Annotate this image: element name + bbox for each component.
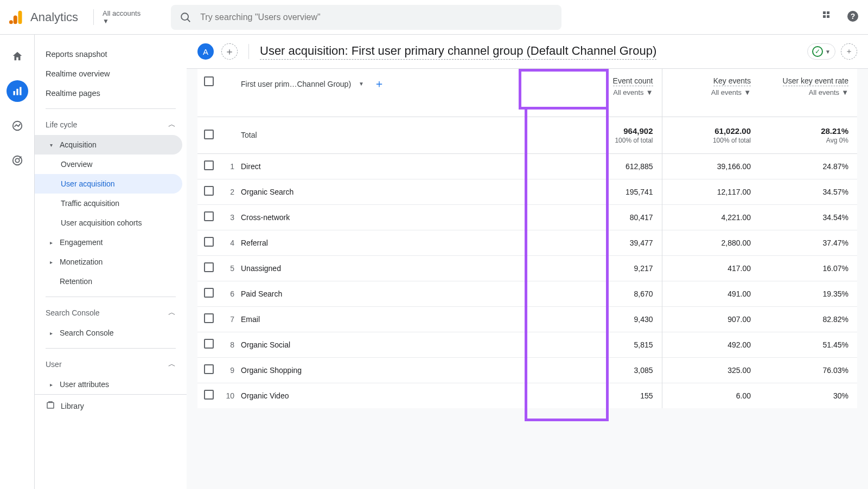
table-header-row: First user prim…Channel Group) ▼ ＋ Event… [197, 69, 857, 117]
row-checkbox[interactable] [204, 262, 214, 272]
row-checkbox[interactable] [204, 390, 214, 400]
cell-rate: 24.87% [760, 153, 857, 179]
sidebar-item-user-acquisition-cohorts[interactable]: User acquisition cohorts [35, 213, 182, 233]
caret-right-icon: ▸ [50, 240, 55, 246]
sidebar-item-realtime-pages[interactable]: Realtime pages [35, 83, 187, 103]
row-checkbox[interactable] [204, 186, 214, 196]
column-user-key-event-rate[interactable]: User key event rate [783, 76, 848, 86]
cell-key-events: 417.00 [662, 255, 760, 281]
product-name: Analytics [30, 10, 78, 24]
filter-label: All events [613, 88, 643, 96]
analytics-logo-icon [9, 10, 24, 25]
add-segment-button[interactable]: ＋ [221, 43, 238, 60]
channel-name: Direct [241, 162, 261, 171]
row-checkbox[interactable] [204, 237, 214, 247]
channel-name: Organic Search [241, 188, 293, 196]
table-row[interactable]: 3Cross-network80,4174,221.0034.54% [197, 204, 857, 230]
column-key-events[interactable]: Key events [713, 76, 751, 86]
logo-area: Analytics [9, 10, 78, 25]
sidebar-item-engagement[interactable]: ▸Engagement [35, 233, 182, 252]
sidebar-group-user[interactable]: User ︿ [35, 354, 187, 375]
row-checkbox[interactable] [204, 364, 214, 374]
sidebar-item-acquisition[interactable]: ▾Acquisition [35, 135, 182, 155]
cell-key-events: 2,880.00 [662, 230, 760, 255]
table-row[interactable]: 6Paid Search8,670491.0019.35% [197, 281, 857, 306]
rail-home-icon[interactable] [7, 46, 28, 67]
data-quality-chip[interactable]: ✓ ▼ [807, 43, 835, 60]
caret-right-icon: ▸ [50, 259, 55, 265]
column-filter-all-events[interactable]: All events ▼ [573, 88, 653, 96]
cell-event-count: 9,430 [564, 306, 662, 332]
caret-down-icon: ▾ [50, 142, 55, 148]
data-table-container: First user prim…Channel Group) ▼ ＋ Event… [187, 69, 868, 419]
add-comparison-button[interactable]: ＋ [841, 43, 857, 60]
row-index: 7 [222, 306, 241, 332]
dimension-label[interactable]: First user prim…Channel Group) [241, 80, 351, 88]
cell-event-count: 8,670 [564, 281, 662, 306]
help-icon[interactable]: ? [846, 10, 859, 24]
page-title[interactable]: User acquisition: First user primary cha… [260, 44, 656, 60]
divider [46, 108, 176, 109]
sidebar-item-realtime-overview[interactable]: Realtime overview [35, 64, 187, 83]
sidebar-label: Acquisition [60, 140, 97, 149]
rail-explore-icon[interactable] [7, 115, 28, 137]
column-filter-all-events[interactable]: All events ▼ [671, 88, 751, 96]
rail-advertising-icon[interactable] [7, 150, 28, 171]
add-dimension-button[interactable]: ＋ [374, 76, 385, 91]
total-event-count: 964,902 [573, 126, 653, 136]
checkmark-icon: ✓ [812, 46, 823, 57]
row-checkbox[interactable] [204, 130, 214, 139]
table-row[interactable]: 2Organic Search195,74112,117.0034.57% [197, 179, 857, 204]
total-sub: 100% of total [671, 137, 751, 144]
chevron-up-icon: ︿ [168, 308, 176, 318]
search-bar[interactable] [171, 5, 561, 30]
segment-chip[interactable]: A [197, 43, 214, 60]
channel-name: Paid Search [241, 289, 282, 298]
sidebar-label: User attributes [60, 380, 109, 389]
account-label: All accounts [103, 9, 141, 17]
sidebar-group-search-console[interactable]: Search Console ︿ [35, 303, 187, 323]
svg-rect-12 [16, 89, 18, 95]
table-row[interactable]: 1Direct612,88539,166.0024.87% [197, 153, 857, 179]
row-checkbox[interactable] [204, 339, 214, 349]
channel-name: Organic Social [241, 340, 290, 349]
cell-key-events: 491.00 [662, 281, 760, 306]
sidebar-item-overview[interactable]: Overview [35, 155, 182, 174]
divider [46, 348, 176, 349]
svg-rect-17 [47, 403, 54, 409]
caret-right-icon: ▸ [50, 382, 55, 388]
sidebar-item-search-console[interactable]: ▸Search Console [35, 323, 182, 343]
svg-rect-6 [827, 11, 829, 14]
row-checkbox[interactable] [204, 211, 214, 221]
row-checkbox[interactable] [204, 160, 214, 170]
chevron-down-icon: ▼ [825, 49, 831, 55]
search-input[interactable] [200, 12, 553, 22]
table-row[interactable]: 9Organic Shopping3,085325.0076.03% [197, 357, 857, 383]
sidebar-item-monetization[interactable]: ▸Monetization [35, 252, 182, 272]
sidebar-item-retention[interactable]: Retention [35, 272, 182, 291]
sidebar-item-reports-snapshot[interactable]: Reports snapshot [35, 44, 187, 64]
row-checkbox[interactable] [204, 313, 214, 323]
select-all-checkbox[interactable] [204, 76, 214, 86]
sidebar-item-user-acquisition[interactable]: User acquisition [35, 174, 182, 194]
sidebar-item-traffic-acquisition[interactable]: Traffic acquisition [35, 194, 182, 213]
chevron-down-icon: ▼ [744, 88, 751, 96]
chevron-down-icon[interactable]: ▼ [359, 81, 364, 87]
apps-grid-icon[interactable] [822, 11, 833, 23]
cell-event-count: 39,477 [564, 230, 662, 255]
row-checkbox[interactable] [204, 288, 214, 298]
channel-name: Email [241, 315, 260, 324]
rail-reports-icon[interactable] [7, 80, 28, 102]
chevron-down-icon: ▼ [841, 88, 848, 96]
sidebar-group-life-cycle[interactable]: Life cycle ︿ [35, 114, 187, 135]
table-row[interactable]: 10Organic Video1556.0030% [197, 383, 857, 408]
account-selector[interactable]: All accounts ▼ [93, 9, 149, 25]
sidebar-item-library[interactable]: Library [35, 394, 187, 417]
column-event-count[interactable]: Event count [613, 76, 653, 86]
table-row[interactable]: 5Unassigned9,217417.0016.07% [197, 255, 857, 281]
table-row[interactable]: 4Referral39,4772,880.0037.47% [197, 230, 857, 255]
column-filter-all-events[interactable]: All events ▼ [768, 88, 848, 96]
table-row[interactable]: 8Organic Social5,815492.0051.45% [197, 332, 857, 357]
sidebar-item-user-attributes[interactable]: ▸User attributes [35, 375, 182, 394]
table-row[interactable]: 7Email9,430907.0082.82% [197, 306, 857, 332]
